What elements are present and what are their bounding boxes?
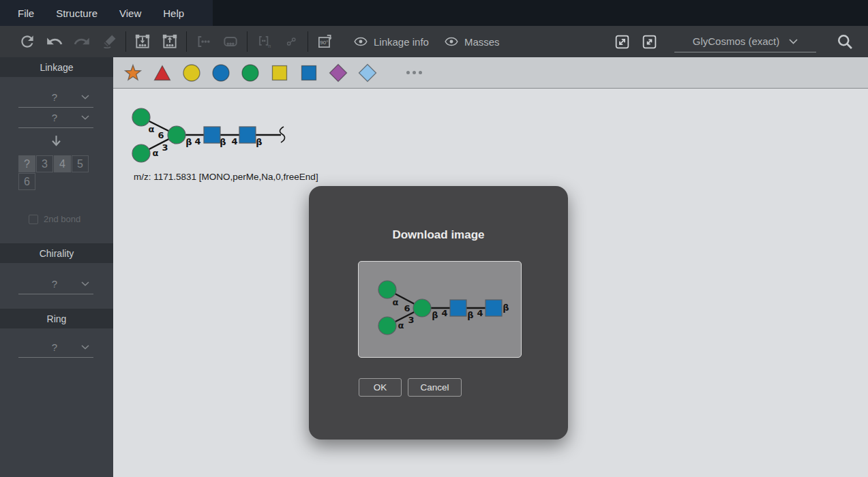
chirality-section-title: Chirality: [40, 248, 74, 259]
undo-icon: [46, 33, 63, 50]
export-structure-icon: [161, 33, 179, 50]
second-bond-label: 2nd bond: [44, 214, 80, 224]
linkage-label: α: [153, 148, 159, 158]
repeat-unit-button[interactable]: n: [250, 28, 278, 55]
glycan-node-blue-square[interactable]: [239, 127, 256, 143]
glycan-node-blue-square[interactable]: [204, 127, 220, 143]
light-blue-diamond-icon[interactable]: [358, 63, 377, 82]
second-bond-checkbox[interactable]: [29, 215, 38, 224]
rotate-90-icon: 90°: [316, 33, 333, 50]
linkage-section-title: Linkage: [40, 62, 73, 73]
more-shapes-button[interactable]: [406, 71, 422, 74]
linkage-right-select[interactable]: ?: [18, 108, 93, 128]
refresh-button[interactable]: [14, 28, 41, 55]
menu-file[interactable]: File: [18, 7, 34, 19]
notation-select[interactable]: GlyCosmos (exact): [674, 31, 816, 52]
red-triangle-icon[interactable]: [153, 63, 172, 82]
masses-label: Masses: [464, 36, 500, 48]
undo-button[interactable]: [41, 28, 68, 55]
glycan-node-blue-square: [485, 300, 502, 316]
glycan-preview-image: α63αβ4β4β: [359, 262, 520, 356]
image-preview: α63αβ4β4β: [358, 261, 522, 358]
linkage-label: α: [393, 297, 399, 307]
position-button-unknown[interactable]: ?: [18, 155, 35, 172]
toolbar-separator: [125, 31, 126, 52]
green-circle-icon[interactable]: [241, 63, 260, 82]
orange-star-icon[interactable]: [123, 63, 143, 82]
dot: [419, 71, 422, 74]
sidebar: Linkage ? ? ?3456 2nd bond Chirality ? R…: [0, 57, 113, 477]
minimize-button[interactable]: [639, 28, 659, 55]
ring-section-title: Ring: [47, 313, 67, 324]
linkage-info-label: Linkage info: [374, 36, 429, 48]
position-button-4[interactable]: 4: [54, 155, 71, 172]
chevron-down-icon: [81, 281, 89, 286]
blue-square-icon[interactable]: [299, 63, 318, 82]
export-structure-button[interactable]: [156, 28, 183, 55]
purple-diamond-icon[interactable]: [329, 63, 348, 82]
bond-button[interactable]: [278, 28, 305, 55]
eye-icon: [353, 34, 368, 49]
linkage-label: 4: [194, 136, 200, 147]
container-button[interactable]: [217, 28, 244, 55]
menu-structure[interactable]: Structure: [56, 7, 98, 19]
glycan-node-blue-square: [450, 300, 466, 316]
blue-circle-icon[interactable]: [211, 63, 230, 82]
position-button-6[interactable]: 6: [18, 173, 35, 190]
menu-help[interactable]: Help: [163, 7, 184, 19]
dot: [406, 71, 410, 74]
linkage-label: β: [185, 137, 192, 147]
menu-items: FileStructureViewHelp: [0, 0, 213, 26]
menu-bar: FileStructureViewHelp: [0, 0, 868, 26]
refresh-icon: [18, 33, 36, 50]
monosaccharide-palette: [113, 57, 868, 89]
yellow-square-icon[interactable]: [270, 63, 289, 82]
linkage-label: 6: [158, 130, 164, 140]
chevron-down-icon: [789, 39, 798, 44]
chirality-section-header: Chirality: [0, 243, 113, 263]
masses-toggle[interactable]: Masses: [444, 34, 500, 49]
ring-select[interactable]: ?: [18, 337, 93, 358]
minimize-icon: [641, 33, 658, 50]
yellow-circle-icon[interactable]: [182, 63, 201, 82]
linkage-info-toggle[interactable]: Linkage info: [353, 34, 429, 49]
import-structure-button[interactable]: [129, 28, 156, 55]
position-button-3[interactable]: 3: [36, 155, 53, 172]
eye-icon: [444, 34, 459, 49]
toolbar-separator: [247, 31, 248, 52]
redo-button[interactable]: [68, 28, 95, 55]
linkage-label: 6: [404, 303, 410, 313]
linkage-label: 3: [162, 142, 168, 153]
toolbar-separator: [308, 31, 308, 52]
linkage-label: 4: [441, 308, 447, 318]
position-button-5[interactable]: 5: [72, 155, 89, 172]
container-icon: [222, 33, 239, 50]
eraser-button[interactable]: [95, 28, 123, 55]
dialog-title: Download image: [309, 228, 568, 242]
glycan-structure[interactable]: α63αβ4β4β: [113, 89, 434, 170]
search-icon: [835, 32, 854, 51]
search-button[interactable]: [831, 28, 858, 55]
chevron-down-icon: [81, 345, 89, 350]
linkage-label: α: [398, 320, 404, 330]
dot: [413, 71, 416, 74]
arrow-down-icon: [50, 134, 63, 147]
chevron-down-icon: [81, 95, 89, 99]
rotate-90-button[interactable]: 90°: [311, 28, 338, 55]
bracket-button[interactable]: [190, 28, 217, 55]
glycan-node-green-circle[interactable]: [132, 108, 150, 126]
glycan-node-green-circle[interactable]: [132, 144, 150, 162]
linkage-label: β: [467, 310, 473, 320]
svg-text:90°: 90°: [320, 40, 328, 46]
linkage-left-select[interactable]: ?: [18, 87, 93, 108]
glycan-node-green-circle[interactable]: [168, 126, 185, 144]
cancel-button[interactable]: Cancel: [408, 378, 462, 397]
dialog-buttons: OK Cancel: [359, 378, 462, 397]
ok-button[interactable]: OK: [359, 378, 402, 397]
menu-view[interactable]: View: [119, 7, 141, 19]
linkage-section-header: Linkage: [0, 57, 113, 77]
linkage-label: 4: [477, 308, 483, 318]
linkage-label: 3: [408, 315, 414, 325]
maximize-button[interactable]: [612, 28, 632, 55]
chirality-select[interactable]: ?: [18, 274, 93, 294]
